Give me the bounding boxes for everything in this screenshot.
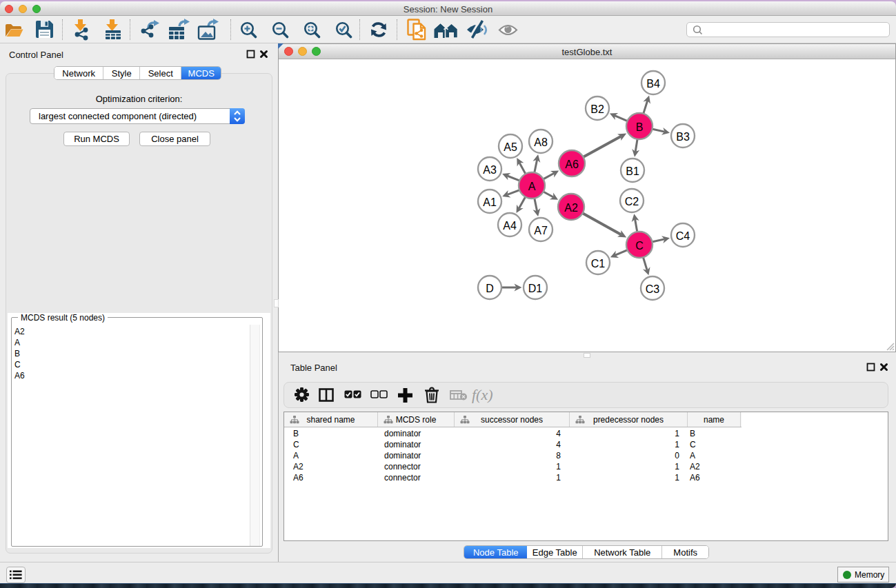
svg-text:A5: A5 [504, 141, 517, 153]
svg-text:C3: C3 [646, 283, 660, 295]
svg-text:B2: B2 [590, 103, 604, 115]
svg-text:B4: B4 [646, 78, 660, 90]
svg-text:A6: A6 [565, 159, 579, 170]
svg-text:B3: B3 [676, 131, 690, 143]
svg-text:D: D [486, 283, 494, 294]
svg-text:A1: A1 [483, 196, 497, 208]
svg-text:A4: A4 [503, 220, 517, 232]
svg-text:C1: C1 [591, 258, 606, 270]
svg-text:A: A [528, 181, 536, 192]
svg-text:A2: A2 [564, 202, 578, 214]
svg-text:A7: A7 [534, 225, 548, 236]
svg-text:C2: C2 [625, 196, 639, 207]
svg-text:A8: A8 [534, 136, 548, 148]
svg-text:D1: D1 [528, 283, 543, 294]
svg-text:B1: B1 [626, 165, 639, 177]
svg-text:C: C [635, 240, 644, 252]
svg-text:C4: C4 [676, 230, 690, 242]
svg-text:A3: A3 [483, 164, 497, 176]
svg-text:B: B [636, 121, 644, 133]
